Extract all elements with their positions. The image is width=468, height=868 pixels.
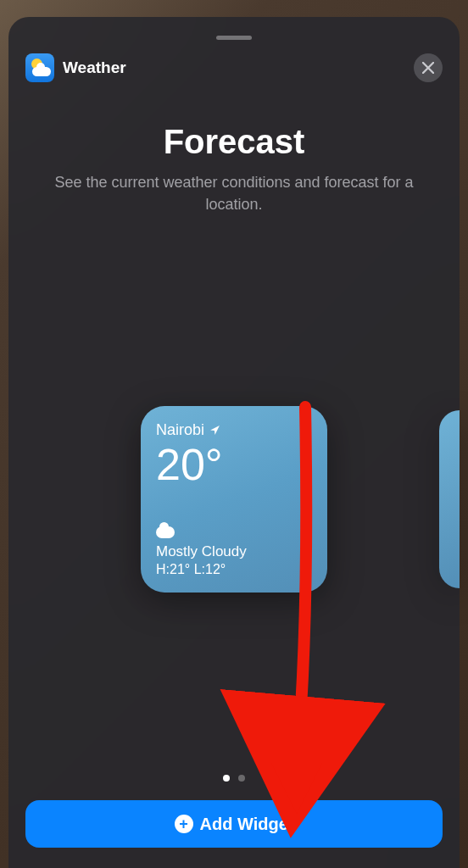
add-widget-label: Add Widget (200, 815, 294, 834)
header-left: Weather (25, 53, 126, 82)
widget-condition: Mostly Cloudy (156, 543, 312, 560)
sheet-grabber[interactable] (216, 36, 252, 40)
widget-preview-carousel[interactable]: Nairobi 20° Mostly Cloudy H:21° L:12° (25, 241, 443, 758)
page-dot-1[interactable] (223, 775, 230, 782)
widget-temperature: 20° (156, 442, 312, 487)
add-widget-button[interactable]: + Add Widget (25, 800, 443, 848)
close-icon (422, 62, 434, 74)
plus-circle-icon: + (175, 815, 193, 833)
widget-location-label: Nairobi (156, 421, 204, 439)
close-button[interactable] (414, 53, 443, 82)
page-dot-2[interactable] (238, 775, 245, 782)
widget-high-low: H:21° L:12° (156, 562, 312, 577)
page-indicator (25, 775, 443, 782)
widget-config-sheet: Weather Forecast See the current weather… (8, 17, 460, 868)
page-subtitle: See the current weather conditions and f… (25, 171, 443, 215)
title-block: Forecast See the current weather conditi… (25, 123, 443, 215)
next-widget-peek[interactable] (439, 410, 460, 588)
cloud-icon (156, 526, 175, 538)
header-app-name: Weather (63, 58, 126, 77)
weather-app-icon (25, 53, 54, 82)
sheet-header: Weather (25, 53, 443, 82)
page-title: Forecast (25, 123, 443, 161)
widget-location-row: Nairobi (156, 421, 312, 439)
weather-widget-small: Nairobi 20° Mostly Cloudy H:21° L:12° (141, 406, 327, 593)
location-arrow-icon (209, 425, 220, 436)
